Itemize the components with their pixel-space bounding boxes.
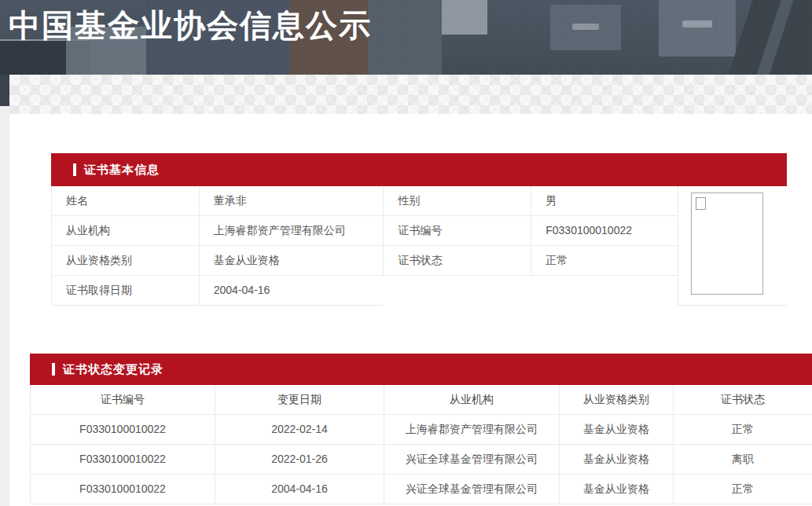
status-cell: 正常 <box>673 415 812 445</box>
column-header: 证书状态 <box>673 385 812 415</box>
change-date-cell: 2004-04-16 <box>215 475 384 504</box>
page-title: 中国基金业协会信息公示 <box>9 4 372 47</box>
change-records-section: 证书状态变更记录 证书编号 变更日期 从业机构 从业资格类别 证书状态 F033… <box>30 354 812 504</box>
cert-number-cell: F0330100010022 <box>31 445 215 475</box>
field-value: F0330100010022 <box>531 216 678 246</box>
photo-panel <box>678 186 787 306</box>
status-cell: 正常 <box>673 475 812 504</box>
empty-cell <box>383 276 531 306</box>
basic-info-body: 姓名 董承非 性别 男 从业机构 上海睿郡资产管理有限公司 证书编号 F0330… <box>51 186 787 306</box>
change-records-title: 证书状态变更记录 <box>63 362 164 377</box>
basic-info-section: 证书基本信息 姓名 董承非 性别 男 从业机构 上海睿郡资产管理有限公司 证书编… <box>51 153 787 306</box>
qualification-cell: 基金从业资格 <box>559 445 673 475</box>
field-label: 性别 <box>383 186 531 216</box>
table-row: 从业机构 上海睿郡资产管理有限公司 证书编号 F0330100010022 <box>52 216 678 246</box>
field-label: 从业机构 <box>52 216 199 246</box>
column-header: 证书编号 <box>31 385 215 415</box>
table-row: 从业资格类别 基金从业资格 证书状态 正常 <box>52 246 678 276</box>
page-left-strip <box>0 106 9 506</box>
status-cell: 离职 <box>673 445 812 475</box>
section-title-tick <box>52 363 55 376</box>
field-label: 从业资格类别 <box>52 246 199 276</box>
column-header: 变更日期 <box>215 385 384 415</box>
column-header: 从业机构 <box>384 385 559 415</box>
empty-cell <box>531 276 678 306</box>
field-label: 证书取得日期 <box>52 276 199 306</box>
field-label: 证书状态 <box>383 246 531 276</box>
table-row: F0330100010022 2022-02-14 上海睿郡资产管理有限公司 基… <box>31 415 812 445</box>
broken-image-icon <box>696 197 706 210</box>
photo-placeholder <box>691 192 763 295</box>
table-row: F0330100010022 2004-04-16 兴证全球基金管理有限公司 基… <box>31 475 812 504</box>
table-header-row: 证书编号 变更日期 从业机构 从业资格类别 证书状态 <box>31 385 812 415</box>
qualification-cell: 基金从业资格 <box>559 415 673 445</box>
table-row: 姓名 董承非 性别 男 <box>52 186 678 216</box>
field-value: 上海睿郡资产管理有限公司 <box>199 216 384 246</box>
table-row: F0330100010022 2022-01-26 兴证全球基金管理有限公司 基… <box>31 445 812 475</box>
basic-info-title: 证书基本信息 <box>84 163 160 178</box>
employer-cell: 兴证全球基金管理有限公司 <box>384 445 559 475</box>
change-records-header: 证书状态变更记录 <box>30 354 812 385</box>
change-records-table: 证书编号 变更日期 从业机构 从业资格类别 证书状态 F033010001002… <box>30 385 812 504</box>
field-label: 姓名 <box>52 186 199 216</box>
basic-info-table: 姓名 董承非 性别 男 从业机构 上海睿郡资产管理有限公司 证书编号 F0330… <box>51 186 678 306</box>
employer-cell: 兴证全球基金管理有限公司 <box>384 475 559 504</box>
sub-banner-band <box>9 75 812 114</box>
field-value: 董承非 <box>199 186 384 216</box>
qualification-cell: 基金从业资格 <box>559 475 673 504</box>
page: 中国基金业协会信息公示 证书基本信息 姓名 董承非 性别 男 从业机构 上海睿郡… <box>0 0 812 506</box>
column-header: 从业资格类别 <box>559 385 673 415</box>
banner-left-sliver <box>0 75 9 106</box>
employer-cell: 上海睿郡资产管理有限公司 <box>384 415 559 445</box>
cert-number-cell: F0330100010022 <box>31 475 215 504</box>
field-value: 基金从业资格 <box>199 246 384 276</box>
banner-photo: 中国基金业协会信息公示 <box>0 0 812 75</box>
basic-info-header: 证书基本信息 <box>51 153 787 186</box>
table-row: 证书取得日期 2004-04-16 <box>52 276 678 306</box>
change-date-cell: 2022-01-26 <box>215 445 384 475</box>
field-label: 证书编号 <box>383 216 531 246</box>
field-value: 2004-04-16 <box>199 276 384 306</box>
change-date-cell: 2022-02-14 <box>215 415 384 445</box>
field-value: 正常 <box>531 246 678 276</box>
field-value: 男 <box>531 186 678 216</box>
cert-number-cell: F0330100010022 <box>31 415 215 445</box>
section-title-tick <box>73 163 76 176</box>
